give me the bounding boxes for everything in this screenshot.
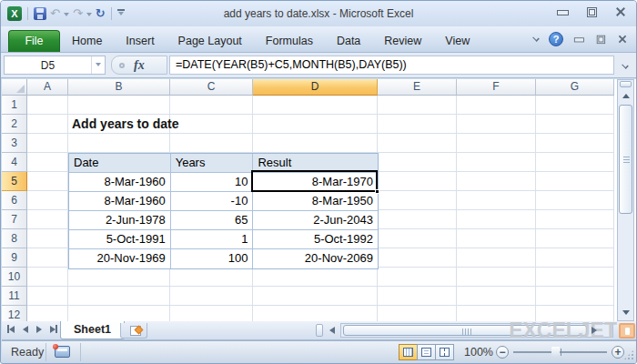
table-cell[interactable]: 20-Nov-2069 xyxy=(253,249,378,268)
table-cell[interactable]: 2-Jun-2043 xyxy=(253,211,378,230)
sheet-tab-bar: Sheet1 EXCELJET xyxy=(2,321,637,340)
ribbon-tab-insert[interactable]: Insert xyxy=(114,30,166,52)
page-break-view-button[interactable] xyxy=(435,344,454,360)
close-button[interactable] xyxy=(614,6,627,17)
table-cell[interactable]: 5-Oct-1991 xyxy=(69,230,171,249)
ribbon-tab-formulas[interactable]: Formulas xyxy=(254,30,325,52)
cell-b2-title[interactable]: Add years to date xyxy=(72,116,178,131)
table-cell[interactable]: 8-Mar-1960 xyxy=(69,173,171,192)
table-cell[interactable]: -10 xyxy=(171,192,254,211)
table-header-cell[interactable]: Date xyxy=(69,154,171,173)
column-header-f[interactable]: F xyxy=(457,79,536,96)
column-header-g[interactable]: G xyxy=(536,79,614,96)
ribbon-tab-review[interactable]: Review xyxy=(372,30,433,52)
row-header-4[interactable]: 4 xyxy=(2,153,27,172)
ribbon-tab-page-layout[interactable]: Page Layout xyxy=(167,30,254,52)
table-cell[interactable]: 8-Mar-1950 xyxy=(253,192,378,211)
row-header-2[interactable]: 2 xyxy=(2,115,27,134)
page-layout-icon xyxy=(421,348,431,357)
gridline xyxy=(535,96,536,321)
view-shortcuts xyxy=(399,344,454,360)
formula-bar-handle[interactable] xyxy=(119,63,125,68)
table-cell[interactable]: 5-Oct-1992 xyxy=(253,230,378,249)
ribbon-tab-file[interactable]: File xyxy=(8,30,60,52)
table-header-cell[interactable]: Years xyxy=(171,154,254,173)
fill-handle[interactable] xyxy=(375,189,379,194)
table-cell[interactable]: 8-Mar-1960 xyxy=(69,192,171,211)
table-row: 20-Nov-196910020-Nov-2069 xyxy=(69,249,378,268)
column-header-c[interactable]: C xyxy=(170,79,253,96)
resize-grip[interactable] xyxy=(624,350,633,359)
previous-sheet-button[interactable] xyxy=(23,326,28,333)
cells-area[interactable]: Add years to date DateYearsResult8-Mar-1… xyxy=(27,96,614,321)
row-header-5[interactable]: 5 xyxy=(2,172,27,191)
column-header-d[interactable]: D xyxy=(253,79,378,96)
column-header-b[interactable]: B xyxy=(68,79,170,96)
zoom-level[interactable]: 100% xyxy=(464,346,493,359)
table-cell[interactable]: 65 xyxy=(171,211,254,230)
macro-record-button[interactable] xyxy=(55,346,70,358)
ribbon-right-controls: ? xyxy=(532,32,629,46)
zoom-slider-center-tick xyxy=(561,349,561,356)
zoom-out-button[interactable]: − xyxy=(496,346,509,359)
row-header-1[interactable]: 1 xyxy=(2,96,27,115)
ribbon-tab-view[interactable]: View xyxy=(433,30,481,52)
row-header-7[interactable]: 7 xyxy=(2,210,27,229)
workbook-close-button[interactable] xyxy=(617,35,628,44)
zoom-slider-track[interactable] xyxy=(513,351,607,353)
active-cell-border[interactable] xyxy=(251,170,378,192)
vertical-split-handle[interactable] xyxy=(620,81,632,87)
table-row: 5-Oct-199115-Oct-1992 xyxy=(69,230,378,249)
sheet-tab-sheet1[interactable]: Sheet1 xyxy=(60,321,125,339)
ribbon-tabs: HomeInsertPage LayoutFormulasDataReviewV… xyxy=(60,30,481,52)
vertical-scrollbar[interactable] xyxy=(617,79,634,321)
title-bar: X ↶ ↷ ↻ add years to date.xlsx - Microso… xyxy=(1,1,636,26)
scroll-up-button[interactable] xyxy=(619,88,632,102)
expand-ribbon-icon[interactable] xyxy=(532,35,540,42)
select-all-button[interactable] xyxy=(2,79,27,96)
name-box-dropdown-icon[interactable] xyxy=(91,56,105,74)
expand-formula-bar-icon[interactable] xyxy=(618,62,632,69)
tab-split-handle[interactable] xyxy=(316,324,323,337)
row-header-6[interactable]: 6 xyxy=(2,191,27,210)
zoom-slider-thumb[interactable] xyxy=(551,347,560,359)
ribbon-tab-home[interactable]: Home xyxy=(60,30,114,52)
page-layout-view-button[interactable] xyxy=(417,344,436,360)
row-header-12[interactable]: 12 xyxy=(2,306,27,321)
row-header-9[interactable]: 9 xyxy=(2,248,27,268)
column-header-e[interactable]: E xyxy=(378,79,457,96)
formula-input[interactable]: =DATE(YEAR(B5)+C5,MONTH(B5),DAY(B5)) xyxy=(169,56,614,75)
table-cell[interactable]: 10 xyxy=(171,173,254,192)
table-cell[interactable]: 20-Nov-1969 xyxy=(69,249,171,268)
normal-view-button[interactable] xyxy=(399,344,418,360)
table-cell[interactable]: 1 xyxy=(171,230,254,249)
ribbon-tab-data[interactable]: Data xyxy=(325,30,372,52)
restore-button[interactable] xyxy=(585,6,598,17)
table-cell[interactable]: 100 xyxy=(171,249,254,268)
row-header-10[interactable]: 10 xyxy=(2,268,27,287)
scroll-right-button[interactable] xyxy=(592,327,597,334)
excel-window: X ↶ ↷ ↻ add years to date.xlsx - Microso… xyxy=(0,0,637,364)
insert-function-button[interactable]: fx xyxy=(134,58,145,73)
next-sheet-button[interactable] xyxy=(36,326,42,333)
zoom-in-button[interactable]: + xyxy=(612,346,624,359)
workbook-minimize-button[interactable] xyxy=(573,35,584,44)
name-box-value: D5 xyxy=(5,59,91,72)
last-sheet-button[interactable] xyxy=(50,325,57,333)
help-icon[interactable]: ? xyxy=(549,32,563,46)
window-controls xyxy=(556,6,627,17)
minimize-button[interactable] xyxy=(556,6,569,17)
name-box[interactable]: D5 xyxy=(4,56,106,75)
row-header-11[interactable]: 11 xyxy=(2,287,27,306)
vertical-scroll-thumb[interactable] xyxy=(619,105,632,214)
row-header-3[interactable]: 3 xyxy=(2,134,27,153)
table-cell[interactable]: 2-Jun-1978 xyxy=(69,211,171,230)
scroll-left-button[interactable] xyxy=(329,327,335,334)
column-header-a[interactable]: A xyxy=(27,79,68,96)
row-header-8[interactable]: 8 xyxy=(2,229,27,248)
scroll-down-button[interactable] xyxy=(619,306,632,319)
workbook-restore-button[interactable] xyxy=(595,35,606,44)
column-headers: ABCDEFG xyxy=(27,79,614,96)
insert-worksheet-button[interactable] xyxy=(120,323,147,339)
first-sheet-button[interactable] xyxy=(7,325,15,333)
